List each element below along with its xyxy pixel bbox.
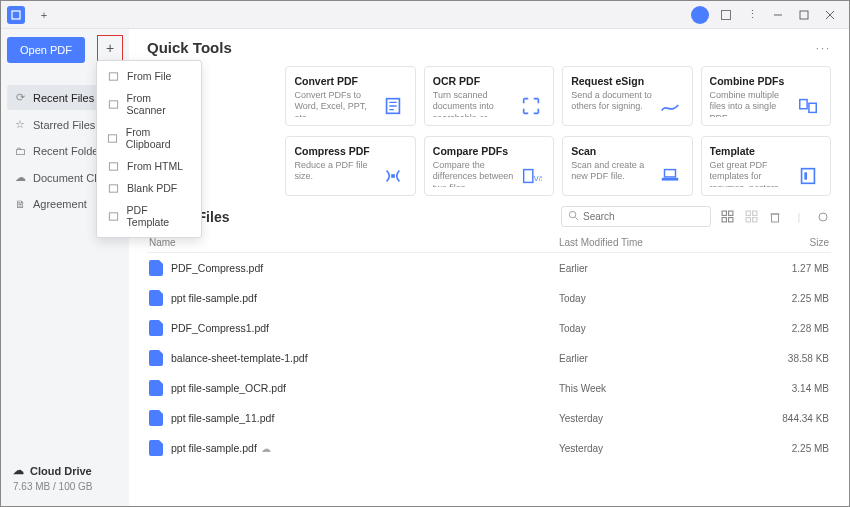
dropdown-item-label: From File xyxy=(127,70,171,82)
col-name-header[interactable]: Name xyxy=(149,237,559,248)
quick-tool-card[interactable]: TemplateGet great PDF templates for resu… xyxy=(701,136,831,196)
divider: | xyxy=(791,209,807,225)
card-subtitle: Reduce a PDF file size. xyxy=(294,160,378,183)
dropdown-item-icon xyxy=(107,99,120,110)
card-title: Template xyxy=(710,145,794,157)
svg-rect-28 xyxy=(746,218,750,222)
svg-rect-18 xyxy=(802,169,815,184)
file-name: balance-sheet-template-1.pdf xyxy=(171,352,559,364)
svg-text:V/S: V/S xyxy=(534,174,542,183)
table-row[interactable]: balance-sheet-template-1.pdfEarlier38.58… xyxy=(147,343,831,373)
table-row[interactable]: ppt file-sample_OCR.pdfThis Week3.14 MB xyxy=(147,373,831,403)
cloud-drive-heading[interactable]: ☁ Cloud Drive xyxy=(13,464,117,477)
cloud-usage-text: 7.63 MB / 100 GB xyxy=(13,481,117,492)
col-size-header[interactable]: Size xyxy=(759,237,829,248)
file-size: 2.25 MB xyxy=(759,443,829,454)
search-box[interactable] xyxy=(561,206,711,227)
maximize-button[interactable] xyxy=(791,2,817,28)
sidebar-item-label: Starred Files xyxy=(33,119,95,131)
file-name: ppt file-sample_OCR.pdf xyxy=(171,382,559,394)
table-row[interactable]: ppt file-sample_11.pdfYesterday844.34 KB xyxy=(147,403,831,433)
minimize-button[interactable] xyxy=(765,2,791,28)
card-title: Compare PDFs xyxy=(433,145,517,157)
quick-tool-card[interactable]: Convert PDFConvert PDFs to Word, Excel, … xyxy=(285,66,415,126)
svg-point-32 xyxy=(819,213,827,221)
kebab-menu-icon[interactable]: ⋮ xyxy=(739,2,765,28)
cloud-icon: ☁ xyxy=(13,464,24,477)
quick-tool-card[interactable]: Request eSignSend a document to others f… xyxy=(562,66,692,126)
svg-rect-14 xyxy=(524,170,533,183)
window-detach-icon[interactable] xyxy=(713,2,739,28)
svg-rect-36 xyxy=(109,162,117,169)
quick-tool-card[interactable]: OCR PDFTurn scanned documents into searc… xyxy=(424,66,554,126)
file-modified: Earlier xyxy=(559,263,759,274)
file-icon xyxy=(149,380,163,396)
card-subtitle: Send a document to others for signing. xyxy=(571,90,655,113)
table-row[interactable]: ppt file-sample.pdfToday2.25 MB xyxy=(147,283,831,313)
file-name: ppt file-sample_11.pdf xyxy=(171,412,559,424)
dropdown-item[interactable]: From File xyxy=(97,65,201,87)
quick-tools-more-icon[interactable]: ··· xyxy=(816,42,831,54)
file-modified: Earlier xyxy=(559,353,759,364)
cloud-badge-icon: ☁ xyxy=(261,443,271,454)
quick-tool-card[interactable]: ScanScan and create a new PDF file. xyxy=(562,136,692,196)
main-content: Quick Tools ··· Batch PDFsBatch convert,… xyxy=(129,29,849,506)
view-list-icon[interactable] xyxy=(743,209,759,225)
table-row[interactable]: PDF_Compress1.pdfToday2.28 MB xyxy=(147,313,831,343)
file-name: PDF_Compress1.pdf xyxy=(171,322,559,334)
file-size: 38.58 KB xyxy=(759,353,829,364)
svg-rect-35 xyxy=(109,134,117,141)
create-pdf-dropdown: From FileFrom ScannerFrom ClipboardFrom … xyxy=(96,60,202,238)
svg-rect-37 xyxy=(109,184,117,191)
svg-rect-29 xyxy=(752,218,756,222)
file-icon xyxy=(149,290,163,306)
close-button[interactable] xyxy=(817,2,843,28)
open-pdf-button[interactable]: Open PDF xyxy=(7,37,85,63)
svg-rect-22 xyxy=(722,211,726,215)
delete-icon[interactable] xyxy=(767,209,783,225)
dropdown-item-icon xyxy=(107,161,120,172)
new-tab-button[interactable]: + xyxy=(33,4,55,26)
file-modified: This Week xyxy=(559,383,759,394)
file-size: 3.14 MB xyxy=(759,383,829,394)
card-subtitle: Compare the differences between two file… xyxy=(433,160,517,187)
dropdown-item[interactable]: From HTML xyxy=(97,155,201,177)
file-size: 1.27 MB xyxy=(759,263,829,274)
file-icon xyxy=(149,320,163,336)
card-title: Compress PDF xyxy=(294,145,378,157)
sidebar-item-label: Agreement xyxy=(33,198,87,210)
app-logo xyxy=(7,6,25,24)
view-grid-icon[interactable] xyxy=(719,209,735,225)
svg-point-20 xyxy=(569,211,575,217)
cloud-drive-label: Cloud Drive xyxy=(30,465,92,477)
file-size: 2.28 MB xyxy=(759,323,829,334)
dropdown-item-icon xyxy=(107,211,120,222)
titlebar: + ⋮ xyxy=(1,1,849,29)
dropdown-item[interactable]: PDF Template xyxy=(97,199,201,233)
quick-tool-card[interactable]: Combine PDFsCombine multiple files into … xyxy=(701,66,831,126)
sidebar-item-icon: ☁ xyxy=(13,171,27,184)
quick-tool-card[interactable]: Compare PDFsCompare the differences betw… xyxy=(424,136,554,196)
file-size: 844.34 KB xyxy=(759,413,829,424)
dropdown-item[interactable]: From Clipboard xyxy=(97,121,201,155)
card-title: Combine PDFs xyxy=(710,75,794,87)
user-avatar[interactable] xyxy=(687,2,713,28)
card-title: Request eSign xyxy=(571,75,655,87)
svg-rect-24 xyxy=(722,218,726,222)
col-modified-header[interactable]: Last Modified Time xyxy=(559,237,759,248)
card-icon xyxy=(379,75,407,117)
svg-rect-9 xyxy=(809,103,816,112)
create-pdf-button[interactable]: + xyxy=(97,35,123,61)
svg-rect-26 xyxy=(746,211,750,215)
table-row[interactable]: ppt file-sample.pdf☁Yesterday2.25 MB xyxy=(147,433,831,463)
quick-tool-card[interactable]: Compress PDFReduce a PDF file size. xyxy=(285,136,415,196)
search-input[interactable] xyxy=(583,211,710,222)
dropdown-item-icon xyxy=(107,133,119,144)
sidebar-item-icon: ☆ xyxy=(13,118,27,131)
dropdown-item[interactable]: From Scanner xyxy=(97,87,201,121)
refresh-icon[interactable] xyxy=(815,209,831,225)
table-row[interactable]: PDF_Compress.pdfEarlier1.27 MB xyxy=(147,253,831,283)
card-icon xyxy=(794,145,822,187)
dropdown-item[interactable]: Blank PDF xyxy=(97,177,201,199)
file-modified: Today xyxy=(559,293,759,304)
